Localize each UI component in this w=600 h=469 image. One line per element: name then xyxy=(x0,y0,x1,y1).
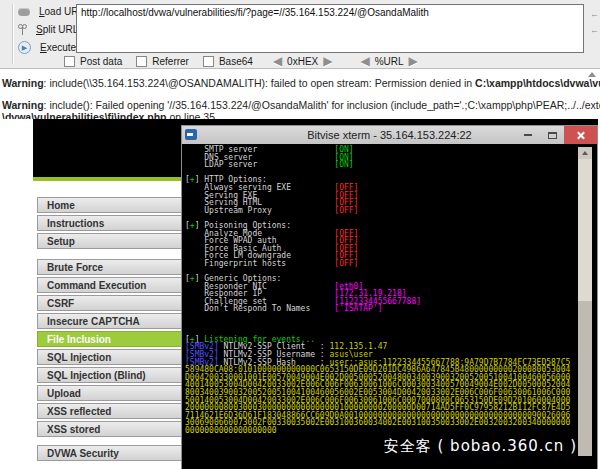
terminal-text: LDAP server xyxy=(185,160,334,169)
terminal-text: [OFF] xyxy=(334,259,358,268)
terminal-line xyxy=(185,321,570,329)
load-url-icon xyxy=(18,8,30,16)
window-buttons xyxy=(516,126,597,144)
scrollbar-track[interactable] xyxy=(578,301,592,456)
terminal-text: 0000000000000000000 xyxy=(185,426,277,435)
sidebar-item-xss-reflected[interactable]: XSS reflected xyxy=(37,403,183,419)
terminal-line: Upstream Proxy [OFF] xyxy=(185,207,570,215)
checkbox-referrer[interactable] xyxy=(136,56,147,67)
checkbox-label: Post data xyxy=(80,56,122,67)
terminal-output: SMTP server [ON] DNS server [ON] LDAP se… xyxy=(185,146,570,435)
dvwa-header-divider xyxy=(33,177,183,181)
sidebar-group: Brute ForceCommand ExecutionCSRFInsecure… xyxy=(37,259,183,437)
page-scrollbar-up-icon[interactable] xyxy=(588,72,596,77)
hackbar-toolbar: Load URLSplit URLExecute http://localhos… xyxy=(0,0,600,69)
terminal-text: Don't Respond To Names xyxy=(185,304,334,313)
sidebar-item-upload[interactable]: Upload xyxy=(37,385,183,401)
terminal-text: Upstream Proxy xyxy=(185,206,334,215)
converter-label: 0xHEX xyxy=(287,56,318,67)
encode-right-arrow-icon[interactable]: ▶ xyxy=(323,56,332,66)
execute-icon xyxy=(18,41,31,54)
warning-text: Warning: include(\\35.164.153.224\@OSAND… xyxy=(2,77,600,89)
sidebar-item-command-execution[interactable]: Command Execution xyxy=(37,277,183,293)
terminal-text: [ON] xyxy=(334,160,353,169)
terminal-text: ['ISATAP'] xyxy=(334,304,382,313)
watermark-text: 安全客 ( bobao.360.cn ) xyxy=(384,437,577,456)
hackbar-action-load-url[interactable]: Load URL xyxy=(18,5,84,18)
dvwa-sidebar: HomeInstructionsSetupBrute ForceCommand … xyxy=(37,197,183,469)
sidebar-item-instructions[interactable]: Instructions xyxy=(37,215,183,231)
sidebar-item-csrf[interactable]: CSRF xyxy=(37,295,183,311)
checkbox-post-data[interactable] xyxy=(64,56,75,67)
checkbox-label: Base64 xyxy=(219,56,253,67)
hackbar-action-split-url[interactable]: Split URL xyxy=(18,23,84,36)
split-url-icon xyxy=(18,24,27,35)
hackbar-action-execute[interactable]: Execute xyxy=(18,41,84,54)
checkbox-item-post-data[interactable]: Post data xyxy=(64,56,122,67)
terminal-line: 0000000000000000000 xyxy=(185,427,570,435)
terminal-line: LDAP server [ON] xyxy=(185,161,570,169)
decode-left-arrow-icon[interactable]: ◀ xyxy=(360,56,369,66)
toolbar-grip[interactable] xyxy=(12,4,14,64)
converter-0xhex: ◀0xHEX▶ xyxy=(273,56,333,67)
sidebar-item-brute-force[interactable]: Brute Force xyxy=(37,259,183,275)
sidebar-item-insecure-captcha[interactable]: Insecure CAPTCHA xyxy=(37,313,183,329)
maximize-button[interactable] xyxy=(540,126,564,144)
sidebar-group: HomeInstructionsSetup xyxy=(37,197,183,249)
bitvise-app-icon xyxy=(185,129,197,140)
dvwa-header-left xyxy=(33,119,183,177)
warning-text: Warning: include(): Failed opening '//35… xyxy=(2,99,600,111)
checkbox-base64[interactable] xyxy=(203,56,214,67)
sidebar-item-file-inclusion[interactable]: File Inclusion xyxy=(37,331,183,347)
sidebar-item-dvwa-security[interactable]: DVWA Security xyxy=(37,445,183,461)
sidebar-item-xss-stored[interactable]: XSS stored xyxy=(37,421,183,437)
url-input[interactable]: http://localhost/dvwa/vulnerabilities/fi… xyxy=(76,4,584,53)
scrollbar-thumb[interactable] xyxy=(578,159,592,301)
toolbar-overflow-arrows-icon[interactable]: ← ← xyxy=(587,6,599,38)
hackbar-actions: Load URLSplit URLExecute xyxy=(18,5,84,59)
minimize-button[interactable] xyxy=(516,126,540,144)
terminal-window: Bitvise xterm - 35.164.153.224:22 SMTP s… xyxy=(181,125,598,469)
close-button[interactable] xyxy=(564,126,597,144)
converter-label: %URL xyxy=(375,56,404,67)
terminal-text: [OFF] xyxy=(334,206,358,215)
php-warnings: Warning: include(\\35.164.153.224\@OSAND… xyxy=(0,70,600,119)
terminal-text: Fingerprint hosts xyxy=(185,259,334,268)
sidebar-item-setup[interactable]: Setup xyxy=(37,233,183,249)
sidebar-item-sql-injection[interactable]: SQL Injection xyxy=(37,349,183,365)
terminal-titlebar[interactable]: Bitvise xterm - 35.164.153.224:22 xyxy=(182,126,597,144)
converter-url: ◀%URL▶ xyxy=(360,56,417,67)
terminal-line xyxy=(185,313,570,321)
checkbox-item-referrer[interactable]: Referrer xyxy=(136,56,189,67)
sidebar-item-sql-injection-blind[interactable]: SQL Injection (Blind) xyxy=(37,367,183,383)
checkbox-item-base64[interactable]: Base64 xyxy=(203,56,253,67)
decode-left-arrow-icon[interactable]: ◀ xyxy=(273,56,282,66)
warning-text: \dvwa\vulnerabilities\fi\index.php on li… xyxy=(2,111,215,119)
hackbar-options-row: Post dataReferrerBase64◀0xHEX▶◀%URL▶ xyxy=(64,55,440,67)
terminal-scrollbar xyxy=(578,147,592,456)
hackbar-action-label: Split URL xyxy=(36,24,78,35)
checkbox-label: Referrer xyxy=(152,56,189,67)
sidebar-item-home[interactable]: Home xyxy=(37,197,183,213)
hackbar-action-label: Execute xyxy=(40,42,76,53)
scroll-up-icon[interactable] xyxy=(578,147,592,159)
sidebar-group: DVWA Security xyxy=(37,445,183,461)
terminal-line: Fingerprint hosts [OFF] xyxy=(185,260,570,268)
terminal-line: Don't Respond To Names ['ISATAP'] xyxy=(185,305,570,313)
encode-right-arrow-icon[interactable]: ▶ xyxy=(409,56,418,66)
